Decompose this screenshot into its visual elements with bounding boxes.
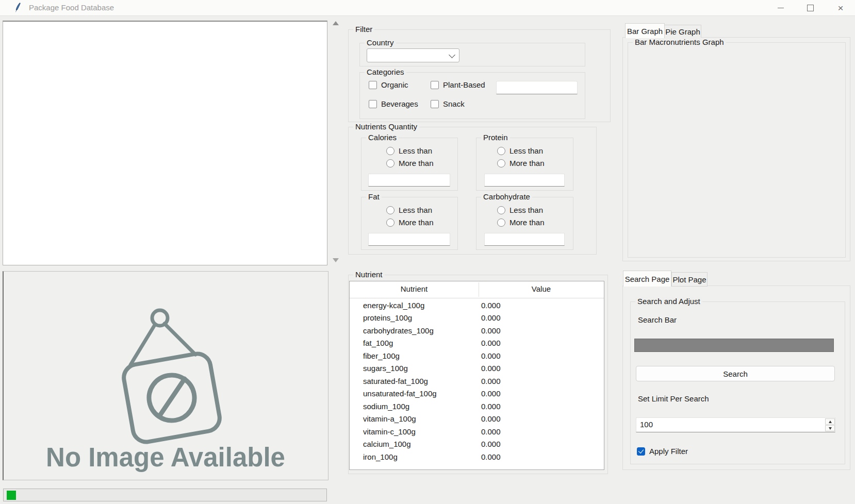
radio-circle[interactable] <box>497 159 505 167</box>
cell-value: 0.000 <box>481 450 501 463</box>
checkbox-snack[interactable]: Snack <box>431 99 465 108</box>
limit-spinbox-value: 100 <box>640 420 653 429</box>
cell-nutrient: unsaturated-fat_100g <box>363 387 437 400</box>
close-icon: × <box>837 3 843 13</box>
checkbox-box[interactable] <box>637 447 645 456</box>
app-window: Package Food Database × No Image Availab… <box>0 0 855 504</box>
checkbox-box[interactable] <box>431 81 439 89</box>
checkbox-label: Snack <box>443 99 465 108</box>
category-extra-entry[interactable] <box>496 81 578 94</box>
table-row[interactable]: fat_100g0.000 <box>350 337 604 349</box>
radio-circle[interactable] <box>497 206 505 214</box>
radio-carbohydrate-more-than[interactable]: More than <box>497 218 545 227</box>
scroll-down-arrow-icon[interactable] <box>333 258 339 262</box>
calories-value-entry[interactable] <box>368 174 450 187</box>
radio-label: More than <box>399 218 434 227</box>
tab-search-page[interactable]: Search Page <box>623 271 671 287</box>
fat-groupbox-title: Fat <box>366 192 382 201</box>
close-button[interactable]: × <box>829 0 852 15</box>
cell-value: 0.000 <box>481 375 501 388</box>
nutrients-quantity-title: Nutrients Quantity <box>353 122 419 131</box>
search-button[interactable]: Search <box>636 366 835 381</box>
table-row[interactable]: carbohydrates_100g0.000 <box>350 324 604 337</box>
table-row[interactable]: vitamin-c_100g0.000 <box>350 425 604 438</box>
table-row[interactable]: fiber_100g0.000 <box>350 349 604 362</box>
cell-value: 0.000 <box>481 438 501 450</box>
categories-groupbox: Categories <box>359 72 585 119</box>
radio-protein-less-than[interactable]: Less than <box>497 146 543 155</box>
categories-groupbox-title: Categories <box>365 68 406 77</box>
carbohydrate-groupbox: Carbohydrate Less than More than <box>476 197 573 250</box>
calories-groupbox-title: Calories <box>366 133 399 142</box>
search-bar-input[interactable] <box>634 339 834 352</box>
cell-value: 0.000 <box>481 425 501 438</box>
radio-circle[interactable] <box>386 219 394 227</box>
checkbox-box[interactable] <box>431 100 439 108</box>
search-button-label: Search <box>723 369 748 378</box>
minimize-button[interactable] <box>769 0 793 15</box>
tab-pie-graph[interactable]: Pie Graph <box>664 25 701 38</box>
tab-bar-graph[interactable]: Bar Graph <box>625 23 665 38</box>
cell-value: 0.000 <box>481 311 501 324</box>
scroll-up-arrow-icon[interactable] <box>333 21 339 25</box>
spin-down-icon <box>829 427 832 430</box>
protein-value-entry[interactable] <box>484 174 565 187</box>
country-combobox[interactable] <box>367 48 459 62</box>
tab-label: Plot Page <box>672 275 706 284</box>
table-row[interactable]: unsaturated-fat_100g0.000 <box>350 387 604 400</box>
checkbox-box[interactable] <box>369 81 377 89</box>
carbohydrate-value-entry[interactable] <box>484 233 565 246</box>
radio-protein-more-than[interactable]: More than <box>497 159 545 167</box>
radio-calories-less-than[interactable]: Less than <box>386 146 432 155</box>
radio-fat-more-than[interactable]: More than <box>386 218 434 227</box>
table-row[interactable]: sugars_100g0.000 <box>350 362 604 375</box>
radio-circle[interactable] <box>497 219 505 227</box>
cell-nutrient: saturated-fat_100g <box>363 375 428 388</box>
fat-value-entry[interactable] <box>368 233 450 246</box>
spinbox-down-button[interactable] <box>825 425 835 431</box>
cell-value: 0.000 <box>481 400 501 413</box>
radio-circle[interactable] <box>386 206 394 214</box>
radio-circle[interactable] <box>386 147 394 155</box>
results-listbox[interactable] <box>3 21 327 265</box>
checkbox-organic[interactable]: Organic <box>369 80 408 89</box>
window-title: Package Food Database <box>29 3 114 12</box>
checkbox-plant-based[interactable]: Plant-Based <box>431 80 485 89</box>
tab-plot-page[interactable]: Plot Page <box>671 272 708 287</box>
radio-label: More than <box>509 159 545 167</box>
radio-label: Less than <box>399 146 432 155</box>
checkbox-beverages[interactable]: Beverages <box>369 99 418 108</box>
column-header-nutrient[interactable]: Nutrient <box>350 284 479 293</box>
table-row[interactable]: proteins_100g0.000 <box>350 311 604 324</box>
nutrient-table[interactable]: Nutrient Value energy-kcal_100g0.000 pro… <box>349 281 604 470</box>
no-image-icon: No Image Available <box>4 272 328 480</box>
spin-up-icon <box>829 421 832 423</box>
radio-circle[interactable] <box>386 159 394 167</box>
limit-spinbox[interactable]: 100 <box>636 417 835 432</box>
column-header-value[interactable]: Value <box>479 284 604 293</box>
cell-nutrient: vitamin-a_100g <box>363 412 416 425</box>
table-row[interactable]: saturated-fat_100g0.000 <box>350 375 604 388</box>
radio-fat-less-than[interactable]: Less than <box>386 206 432 214</box>
radio-circle[interactable] <box>497 147 505 155</box>
radio-carbohydrate-less-than[interactable]: Less than <box>497 206 543 214</box>
table-row[interactable]: vitamin-a_100g0.000 <box>350 412 604 425</box>
progress-bar <box>3 489 327 501</box>
radio-label: More than <box>399 159 434 167</box>
table-row[interactable]: energy-kcal_100g0.000 <box>350 299 604 312</box>
cell-value: 0.000 <box>481 387 501 400</box>
spinbox-up-button[interactable] <box>825 418 835 425</box>
calories-groupbox: Calories Less than More than <box>361 138 458 191</box>
cell-value: 0.000 <box>481 362 501 375</box>
table-row[interactable]: calcium_100g0.000 <box>350 438 604 450</box>
cell-value: 0.000 <box>481 412 501 425</box>
table-row[interactable]: sodium_100g0.000 <box>350 400 604 413</box>
maximize-icon <box>807 5 814 11</box>
nutrient-table-header[interactable]: Nutrient Value <box>350 281 604 298</box>
cell-nutrient: vitamin-c_100g <box>363 425 416 438</box>
maximize-button[interactable] <box>798 0 822 15</box>
checkbox-apply-filter[interactable]: Apply Filter <box>637 447 688 456</box>
radio-calories-more-than[interactable]: More than <box>386 159 434 167</box>
checkbox-box[interactable] <box>369 100 377 108</box>
table-row[interactable]: iron_100g0.000 <box>350 450 604 463</box>
